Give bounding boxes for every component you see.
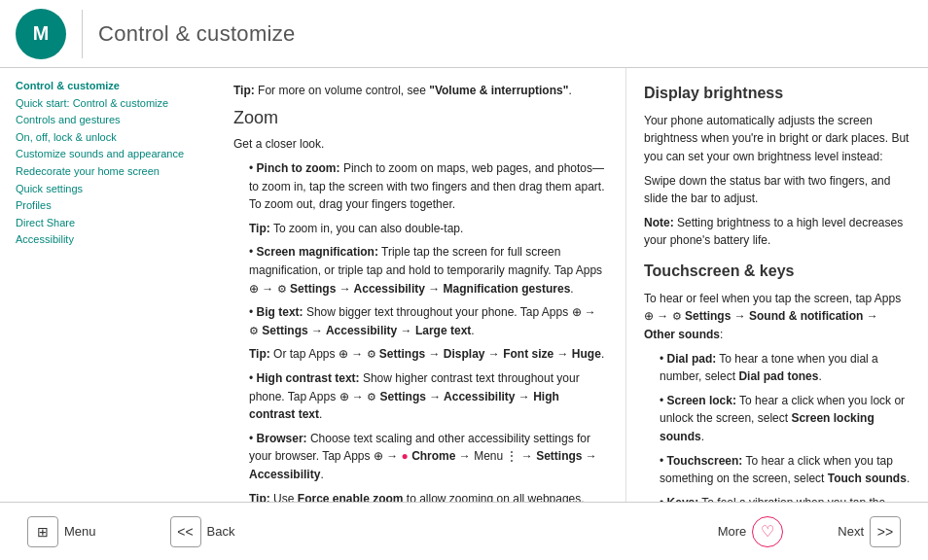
list-item: Keys: To feel a vibration when you tap t… (654, 494, 910, 502)
sidebar-item-customize-sounds[interactable]: Customize sounds and appearance (16, 146, 198, 163)
volume-tip: Tip: For more on volume control, see "Vo… (233, 82, 606, 100)
next-icon: >> (870, 516, 901, 547)
list-item: Tip: Or tap Apps ⊕ → ⚙ Settings → Displa… (249, 345, 606, 364)
list-item: High contrast text: Show higher contrast… (243, 369, 606, 424)
more-button[interactable]: More ♡ (710, 512, 792, 551)
menu-label: Menu (64, 524, 96, 539)
more-label: More (718, 524, 747, 539)
sidebar-item-on-off[interactable]: On, off, lock & unlock (16, 129, 198, 147)
next-label: Next (838, 524, 864, 539)
note-label: Note: (644, 216, 674, 229)
header-divider (82, 10, 83, 58)
page-title: Control & customize (98, 21, 296, 47)
list-item: Dial pad: To hear a tone when you dial a… (654, 350, 910, 386)
back-button[interactable]: << Back (162, 512, 243, 551)
sidebar: Control & customize Quick start: Control… (0, 68, 214, 502)
display-note: Note: Setting brightness to a high level… (644, 214, 910, 250)
list-item: Screen lock: To hear a click when you lo… (654, 392, 910, 446)
back-icon: << (170, 516, 201, 547)
sidebar-item-controls-gestures[interactable]: Controls and gestures (16, 112, 198, 129)
touch-intro: To hear or feel when you tap the screen,… (644, 290, 910, 344)
list-item: Tip: Use Force enable zoom to allow zoom… (249, 490, 606, 502)
zoom-subtitle: Get a closer look. (233, 135, 606, 154)
list-item: Pinch to zoom: Pinch to zoom on maps, we… (243, 159, 606, 214)
list-item: Touchscreen: To hear a click when you ta… (654, 452, 910, 488)
display-brightness-heading: Display brightness (644, 82, 910, 106)
list-item: Browser: Choose text scaling and other a… (243, 430, 606, 484)
list-item: Big text: Show bigger text throughout yo… (243, 303, 606, 339)
touch-bullets: Dial pad: To hear a tone when you dial a… (654, 350, 910, 502)
display-p2: Swipe down the status bar with two finge… (644, 172, 910, 208)
footer: ⊞ Menu << Back More ♡ Next >> (0, 502, 928, 560)
back-label: Back (207, 524, 235, 539)
sidebar-item-accessibility[interactable]: Accessibility (16, 231, 198, 249)
list-item: Tip: To zoom in, you can also double-tap… (249, 220, 606, 238)
touchscreen-keys-heading: Touchscreen & keys (644, 260, 910, 284)
list-item: Screen magnification: Triple tap the scr… (243, 243, 606, 298)
more-icon: ♡ (752, 516, 783, 547)
right-column: Display brightness Your phone automatica… (626, 68, 928, 502)
display-p1: Your phone automatically adjusts the scr… (644, 112, 910, 166)
menu-button[interactable]: ⊞ Menu (19, 512, 104, 551)
menu-icon: ⊞ (27, 516, 58, 547)
sidebar-item-redecorate[interactable]: Redecorate your home screen (16, 163, 198, 181)
sidebar-item-quick-start[interactable]: Quick start: Control & customize (16, 95, 198, 113)
svg-text:M: M (33, 22, 49, 44)
sidebar-item-direct-share[interactable]: Direct Share (16, 215, 198, 232)
sidebar-item-control-customize[interactable]: Control & customize (16, 78, 198, 95)
zoom-heading: Zoom (233, 105, 606, 132)
zoom-bullets: Pinch to zoom: Pinch to zoom on maps, we… (243, 159, 606, 502)
middle-column: Tip: For more on volume control, see "Vo… (214, 68, 626, 502)
main-content: Control & customize Quick start: Control… (0, 68, 928, 502)
sidebar-item-quick-settings[interactable]: Quick settings (16, 181, 198, 198)
motorola-logo: M (16, 9, 66, 59)
next-button[interactable]: Next >> (830, 512, 909, 551)
sidebar-item-profiles[interactable]: Profiles (16, 197, 198, 215)
header: M Control & customize (0, 0, 928, 68)
